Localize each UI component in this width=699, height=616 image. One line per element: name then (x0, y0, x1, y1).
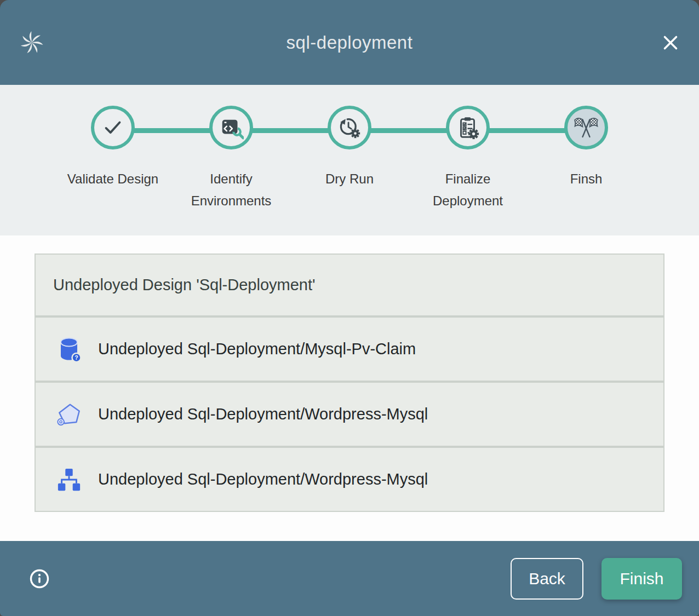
results-area: Undeployed Design 'Sql-Deployment' ? Und… (0, 235, 699, 541)
result-row-wordpress-mysql-service: Undeployed Sql-Deployment/Wordpress-Mysq… (36, 381, 663, 446)
database-icon: ? (56, 336, 82, 362)
code-window-wrench-icon (219, 115, 244, 140)
finish-button[interactable]: Finish (601, 558, 682, 600)
step-circle-dry-run (328, 106, 371, 149)
results-panel: Undeployed Design 'Sql-Deployment' ? Und… (35, 254, 664, 512)
result-row-mysql-pv-claim: ? Undeployed Sql-Deployment/Mysql-Pv-Cla… (36, 315, 663, 381)
result-text: Undeployed Design 'Sql-Deployment' (53, 276, 316, 294)
step-finish: Finsh (527, 106, 645, 212)
result-text: Undeployed Sql-Deployment/Wordpress-Mysq… (98, 405, 428, 423)
step-label: Finsh (570, 168, 603, 190)
check-icon (100, 115, 125, 140)
stepper: Validate Design (0, 85, 699, 235)
service-pentagon-icon (56, 401, 82, 428)
result-row-design: Undeployed Design 'Sql-Deployment' (36, 255, 663, 315)
deployment-wizard-modal: sql-deployment Validate Design (0, 0, 699, 616)
result-row-wordpress-mysql-deployment: Undeployed Sql-Deployment/Wordpress-Mysq… (36, 446, 663, 511)
modal-footer: Back Finish (0, 541, 699, 616)
step-label: Finalize Deployment (419, 168, 517, 212)
history-gear-icon (337, 115, 362, 140)
meshery-logo-icon (18, 28, 50, 57)
clipboard-gear-icon (455, 115, 480, 140)
step-circle-finish (564, 106, 608, 149)
result-text: Undeployed Sql-Deployment/Wordpress-Mysq… (98, 470, 428, 488)
step-circle-identify-environments (209, 106, 253, 149)
checkered-flags-icon (573, 114, 599, 141)
step-identify-environments: Identify Environments (172, 106, 290, 212)
step-validate-design: Validate Design (54, 106, 172, 212)
info-circle-icon (28, 568, 50, 590)
modal-title: sql-deployment (50, 32, 649, 53)
step-label: Dry Run (325, 168, 374, 190)
svg-text:?: ? (75, 354, 78, 360)
close-button[interactable] (649, 32, 681, 54)
deployment-tree-icon (56, 467, 82, 493)
back-button[interactable]: Back (511, 558, 583, 600)
result-text: Undeployed Sql-Deployment/Mysql-Pv-Claim (98, 340, 416, 358)
step-label: Identify Environments (182, 168, 280, 212)
close-icon (660, 32, 681, 54)
info-button[interactable] (28, 568, 50, 590)
step-circle-validate-design (91, 106, 135, 149)
step-circle-finalize-deployment (446, 106, 490, 149)
step-label: Validate Design (67, 168, 158, 190)
step-finalize-deployment: Finalize Deployment (409, 106, 527, 212)
step-dry-run: Dry Run (290, 106, 409, 212)
modal-header: sql-deployment (0, 0, 699, 85)
